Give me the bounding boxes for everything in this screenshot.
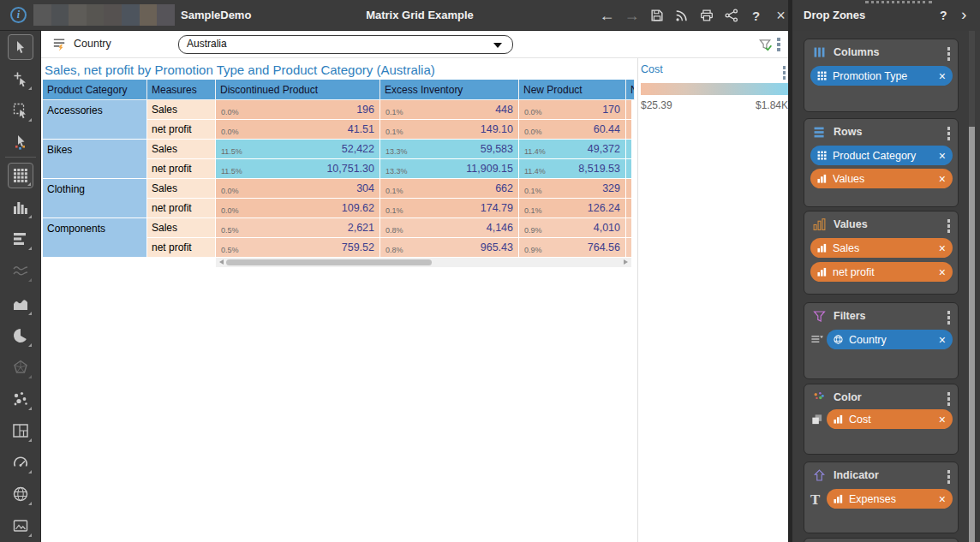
filter-menu-icon[interactable] (777, 38, 780, 51)
matrix-clipped-cell (626, 100, 631, 120)
remove-field-icon[interactable]: × (939, 173, 946, 185)
matrix-data-cell: 0.8%965.43 (380, 238, 519, 258)
pie-chart-widget[interactable] (8, 323, 33, 348)
scrollbar-thumb[interactable] (226, 259, 432, 265)
collapse-panel-icon[interactable]: › (961, 0, 966, 29)
add-pointer-tool[interactable] (8, 66, 33, 92)
remove-field-icon[interactable]: × (939, 414, 946, 426)
remove-field-icon[interactable]: × (939, 70, 946, 82)
cell-percent: 0.0% (524, 108, 542, 116)
grid-title: Sales, net profit by Promotion Type and … (45, 63, 435, 77)
section-menu-icon[interactable] (947, 311, 951, 325)
drop-zone-values[interactable]: ValuesSales×net profit× (804, 211, 959, 295)
field-pill-promotion-type[interactable]: Promotion Type× (810, 66, 953, 86)
section-menu-icon[interactable] (947, 392, 951, 406)
map-widget[interactable] (8, 481, 33, 507)
bar-chart-widget[interactable] (8, 226, 33, 252)
legend-menu-icon[interactable] (783, 66, 786, 80)
share-icon[interactable] (723, 7, 739, 24)
drop-zone-columns[interactable]: ColumnsPromotion Type× (804, 39, 959, 112)
drop-zones-header: Drop Zones ? › (792, 0, 980, 31)
column-chart-widget[interactable] (8, 194, 33, 220)
close-icon[interactable]: × (773, 7, 789, 24)
save-icon[interactable] (648, 7, 665, 24)
panel-scrollbar-thumb[interactable] (969, 127, 975, 542)
matrix-header-cell: Discontinued Product (216, 80, 380, 100)
filters-icon (812, 309, 828, 325)
remove-field-icon[interactable]: × (939, 334, 946, 346)
remove-field-icon[interactable]: × (939, 493, 946, 505)
image-widget[interactable] (8, 513, 33, 539)
area-chart-widget[interactable] (8, 291, 33, 317)
scroll-right-icon[interactable] (624, 259, 628, 265)
cell-percent: 0.8% (385, 246, 403, 254)
filter-applied-icon[interactable] (757, 37, 774, 57)
drop-zones-title: Drop Zones (804, 0, 865, 31)
field-pill-net-profit[interactable]: net profit× (810, 262, 953, 282)
country-dropdown[interactable]: Australia (178, 35, 513, 54)
dashboard-canvas: Country Australia Sales, net profit by P… (41, 31, 788, 542)
cell-percent: 0.0% (221, 108, 239, 116)
mini-bars-icon (817, 265, 827, 280)
section-menu-icon[interactable] (947, 47, 951, 61)
pill-label: Sales (833, 242, 939, 254)
back-icon[interactable]: ← (599, 7, 615, 24)
drop-zone-color[interactable]: ColorCost× (804, 384, 959, 455)
cell-value: 41.51 (348, 123, 374, 135)
marquee-select-tool[interactable] (8, 98, 33, 123)
cell-value: 662 (495, 182, 513, 194)
matrix-category-cell: Bikes (43, 140, 147, 179)
drop-zone-label: Rows (834, 126, 862, 138)
remove-field-icon[interactable]: × (939, 266, 946, 278)
field-pill-values[interactable]: Values× (810, 169, 953, 188)
smart-select-tool[interactable] (8, 129, 33, 155)
section-menu-icon[interactable] (947, 219, 951, 233)
radar-chart-widget[interactable] (8, 354, 33, 380)
cell-percent: 0.1% (385, 206, 403, 215)
matrix-data-cell: 0.9%764.56 (519, 238, 626, 258)
field-pill-cost[interactable]: Cost× (827, 409, 953, 429)
scatter-chart-widget[interactable] (8, 386, 33, 412)
cell-percent: 0.9% (524, 226, 542, 235)
cell-percent: 0.8% (385, 226, 403, 235)
help-icon[interactable]: ? (748, 7, 764, 24)
forward-icon[interactable]: → (624, 7, 640, 24)
drop-zone-filters[interactable]: FiltersCountry× (804, 302, 959, 379)
matrix-category-cell: Accessories (43, 100, 147, 140)
section-menu-icon[interactable] (947, 127, 951, 140)
gauge-widget[interactable] (8, 450, 33, 475)
publish-icon[interactable] (673, 7, 690, 24)
pill-label: Values (833, 173, 939, 185)
drop-zones-help-icon[interactable]: ? (940, 0, 947, 31)
remove-field-icon[interactable]: × (939, 242, 946, 254)
mini-bars-icon (834, 491, 843, 507)
filter-label: Country (74, 38, 111, 50)
matrix-data-cell: 0.0%109.62 (216, 199, 380, 218)
field-pill-sales[interactable]: Sales× (810, 238, 953, 258)
drop-zone-label: Columns (834, 46, 879, 58)
print-icon[interactable] (698, 7, 714, 24)
info-icon[interactable]: i (10, 7, 27, 23)
pill-label: Promotion Type (833, 70, 939, 82)
select-tool[interactable] (8, 34, 33, 60)
cell-value: 60.44 (594, 123, 620, 135)
scroll-left-icon[interactable] (219, 259, 224, 265)
mini-bars-icon (817, 241, 827, 256)
treemap-widget[interactable] (8, 418, 33, 444)
remove-field-icon[interactable]: × (939, 150, 946, 162)
grid-widget[interactable] (8, 163, 33, 188)
matrix-data-cell: 0.0%41.51 (216, 120, 380, 140)
field-pill-expenses[interactable]: Expenses× (827, 489, 953, 509)
drop-zone-indicator[interactable]: IndicatorTExpenses× (804, 462, 959, 533)
panel-grip[interactable] (865, 1, 932, 3)
matrix-data-cell: 11.5%10,751.30 (216, 159, 380, 179)
legend-title: Cost (641, 63, 663, 75)
section-menu-icon[interactable] (947, 470, 951, 484)
horizontal-scrollbar[interactable] (216, 258, 631, 267)
field-pill-product-category[interactable]: Product Category× (810, 146, 953, 165)
matrix-data-cell: 11.5%52,422 (216, 140, 380, 159)
field-pill-country[interactable]: Country× (827, 330, 953, 349)
line-chart-widget[interactable] (8, 258, 33, 283)
matrix-data-cell: 13.3%11,909.15 (380, 159, 519, 179)
drop-zone-rows[interactable]: RowsProduct Category×Values× (804, 118, 959, 207)
